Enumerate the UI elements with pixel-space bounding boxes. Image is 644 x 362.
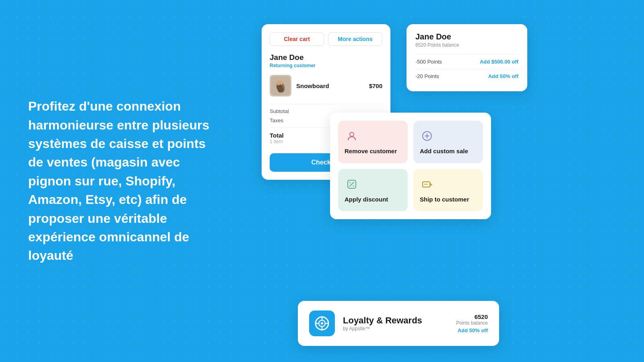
- item-price: $700: [369, 82, 382, 89]
- loyalty-row1-action[interactable]: Add $500.00 off: [480, 59, 518, 65]
- item-image: [270, 75, 291, 97]
- loyalty-points-count: 6520: [456, 313, 488, 320]
- subtotal-label: Subtotal: [270, 108, 289, 114]
- ui-mockups-section: Clear cart More actions Jane Doe Returni…: [250, 0, 644, 362]
- add-custom-sale-tile[interactable]: Add custom sale: [413, 121, 483, 163]
- items-count: 1 item: [270, 139, 284, 144]
- ship-to-customer-tile[interactable]: Ship to customer: [413, 169, 483, 212]
- apply-discount-label: Apply discount: [345, 195, 401, 204]
- snowboard-image-svg: [271, 76, 290, 95]
- apply-discount-tile[interactable]: Apply discount: [338, 169, 408, 212]
- cart-customer-name: Jane Doe: [270, 53, 382, 62]
- actions-card: Remove customer Add custom sale: [330, 113, 491, 219]
- loyalty-points-sub: Points balance: [456, 320, 488, 326]
- loyalty-brand-info: Loyalty & Rewards by Appstle™: [343, 315, 448, 331]
- loyalty-points-card: Jane Doe 6520 Points balance -500 Points…: [407, 24, 527, 91]
- apply-discount-icon: [345, 177, 359, 191]
- ship-to-customer-label: Ship to customer: [420, 195, 477, 204]
- remove-customer-label: Remove customer: [345, 147, 401, 155]
- clear-cart-button[interactable]: Clear cart: [270, 32, 324, 46]
- svg-point-10: [350, 182, 351, 183]
- item-name: Snowboard: [296, 82, 364, 89]
- loyalty-row2-points: -20 Points: [415, 73, 439, 79]
- svg-point-16: [321, 322, 323, 325]
- actions-grid: Remove customer Add custom sale: [338, 121, 483, 211]
- add-custom-sale-label: Add custom sale: [420, 147, 477, 155]
- remove-customer-icon: [345, 129, 359, 143]
- taxes-label: Taxes: [270, 117, 283, 123]
- svg-point-11: [353, 185, 354, 186]
- loyalty-customer-name: Jane Doe: [415, 32, 518, 41]
- loyalty-add-link[interactable]: Add 50% off: [456, 327, 488, 333]
- divider: [270, 104, 382, 104]
- hero-text: Profitez d'une connexion harmonieurse en…: [28, 97, 221, 265]
- loyalty-logo-box: [309, 311, 335, 336]
- loyalty-row-2: -20 Points Add 50% off: [415, 69, 518, 83]
- loyalty-row1-points: -500 Points: [415, 59, 442, 65]
- loyalty-row2-action[interactable]: Add 50% off: [488, 73, 518, 79]
- hero-section: Profitez d'une connexion harmonieurse en…: [0, 73, 250, 289]
- remove-customer-tile[interactable]: Remove customer: [338, 121, 408, 163]
- loyalty-row-1: -500 Points Add $500.00 off: [415, 54, 518, 69]
- svg-point-4: [350, 132, 354, 136]
- loyalty-brand-sub: by Appstle™: [343, 326, 448, 331]
- loyalty-points-balance: 6520 Points balance: [415, 42, 518, 48]
- loyalty-logo-icon: [314, 315, 330, 331]
- loyalty-right-info: 6520 Points balance Add 50% off: [456, 313, 488, 333]
- ship-to-customer-icon: [420, 177, 434, 191]
- loyalty-brand-card: Loyalty & Rewards by Appstle™ 6520 Point…: [298, 301, 499, 346]
- total-label: Total: [270, 132, 284, 139]
- add-custom-sale-icon: [420, 129, 434, 143]
- cart-item-row: Snowboard $700: [270, 75, 382, 97]
- total-label-group: Total 1 item: [270, 132, 284, 144]
- cart-action-buttons: Clear cart More actions: [270, 32, 382, 46]
- more-actions-button[interactable]: More actions: [328, 32, 382, 46]
- cart-customer-tag: Returning customer: [270, 63, 382, 68]
- loyalty-brand-name: Loyalty & Rewards: [343, 315, 448, 326]
